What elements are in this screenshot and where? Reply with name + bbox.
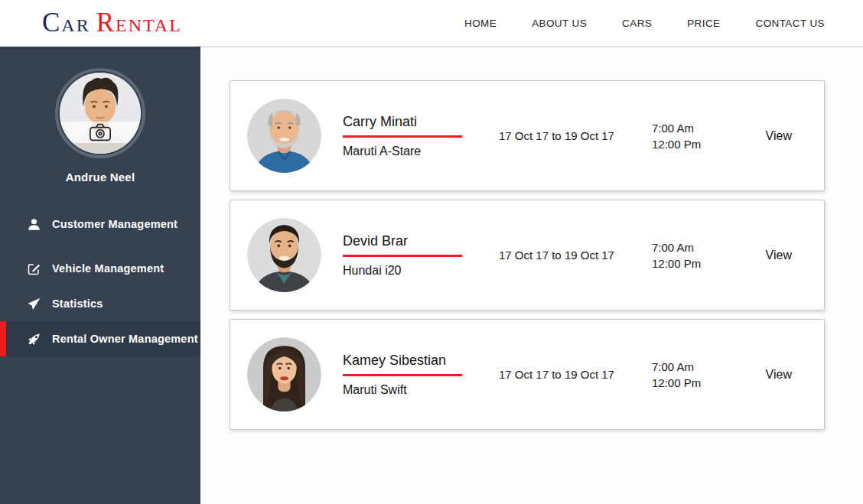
content-area: Carry Minati Maruti A-Stare 17 Oct 17 to… xyxy=(200,47,863,504)
booking-dates: 17 Oct 17 to 19 Oct 17 xyxy=(499,368,644,381)
avatar-camera-overlay[interactable] xyxy=(60,122,141,144)
booking-time-to: 12:00 Pm xyxy=(652,136,716,152)
nav-contact-us[interactable]: CONTACT US xyxy=(755,18,825,29)
top-header: CARRENTAL HOME ABOUT US CARS PRICE CONTA… xyxy=(0,0,863,47)
booking-info: Devid Brar Hundai i20 xyxy=(343,233,490,278)
edit-icon xyxy=(28,262,41,275)
red-underline xyxy=(343,255,462,257)
booking-dates: 17 Oct 17 to 19 Oct 17 xyxy=(499,129,644,142)
booking-info: Kamey Sibestian Maruti Swift xyxy=(343,353,490,397)
sidebar-item-label: Rental Owner Management xyxy=(52,333,198,345)
profile-name: Andrue Neel xyxy=(66,171,135,184)
booking-info: Carry Minati Maruti A-Stare xyxy=(343,114,490,158)
nav-about-us[interactable]: ABOUT US xyxy=(532,18,587,29)
user-icon xyxy=(28,218,41,231)
sidebar-item-rental-owner-management[interactable]: Rental Owner Management xyxy=(0,321,200,356)
app-window: CARRENTAL HOME ABOUT US CARS PRICE CONTA… xyxy=(0,0,863,504)
booking-time-from: 7:00 Am xyxy=(652,359,716,375)
sidebar: Andrue Neel Customer Management xyxy=(0,47,200,504)
sidebar-item-label: Vehicle Management xyxy=(52,262,164,275)
booking-avatar xyxy=(247,337,321,411)
red-underline xyxy=(343,135,462,138)
booking-time-to: 12:00 Pm xyxy=(652,375,716,391)
booking-name: Carry Minati xyxy=(343,114,490,130)
booking-avatar xyxy=(247,99,321,173)
profile-photo xyxy=(60,73,141,154)
camera-icon xyxy=(89,123,112,141)
booking-time: 7:00 Am 12:00 Pm xyxy=(652,239,716,272)
red-underline xyxy=(343,374,462,376)
booking-dates: 17 Oct 17 to 19 Oct 17 xyxy=(499,249,644,262)
sidebar-item-vehicle-management[interactable]: Vehicle Management xyxy=(0,251,200,286)
booking-card: Carry Minati Maruti A-Stare 17 Oct 17 to… xyxy=(230,80,825,191)
booking-time-from: 7:00 Am xyxy=(652,120,716,136)
view-button[interactable]: View xyxy=(766,368,792,382)
booking-time-to: 12:00 Pm xyxy=(652,255,716,272)
booking-vehicle: Maruti A-Stare xyxy=(343,145,490,158)
logo-word1-initial: C xyxy=(42,8,61,37)
brand-logo[interactable]: CARRENTAL xyxy=(42,8,182,38)
logo-word2-initial: R xyxy=(96,8,116,37)
rocket-icon xyxy=(28,333,41,346)
booking-card: Kamey Sibestian Maruti Swift 17 Oct 17 t… xyxy=(230,319,825,430)
booking-name: Devid Brar xyxy=(343,233,490,249)
profile-avatar[interactable] xyxy=(55,68,145,158)
sidebar-item-customer-management[interactable]: Customer Management xyxy=(0,206,200,242)
logo-word1-rest: AR xyxy=(61,15,90,35)
view-button[interactable]: View xyxy=(766,249,792,262)
main-nav: HOME ABOUT US CARS PRICE CONTACT US xyxy=(464,18,825,29)
sidebar-item-label: Customer Management xyxy=(52,218,177,230)
nav-home[interactable]: HOME xyxy=(464,18,497,29)
nav-price[interactable]: PRICE xyxy=(687,18,720,29)
sidebar-menu: Customer Management Vehicle Management xyxy=(0,206,200,356)
customer-photo-illustration xyxy=(247,99,321,173)
booking-vehicle: Hundai i20 xyxy=(343,264,490,278)
booking-name: Kamey Sibestian xyxy=(343,353,490,369)
sidebar-item-statistics[interactable]: Statistics xyxy=(0,286,200,321)
paper-plane-icon xyxy=(28,298,41,311)
booking-card: Devid Brar Hundai i20 17 Oct 17 to 19 Oc… xyxy=(230,200,825,311)
booking-time-from: 7:00 Am xyxy=(652,239,716,255)
sidebar-item-label: Statistics xyxy=(52,298,103,310)
logo-word2-rest: ENTAL xyxy=(116,15,182,35)
customer-photo-illustration xyxy=(247,337,321,411)
profile-section: Andrue Neel xyxy=(0,47,200,184)
booking-avatar xyxy=(247,218,321,292)
view-button[interactable]: View xyxy=(766,129,792,143)
booking-time: 7:00 Am 12:00 Pm xyxy=(652,359,716,391)
nav-cars[interactable]: CARS xyxy=(622,18,652,29)
booking-time: 7:00 Am 12:00 Pm xyxy=(652,120,716,152)
booking-vehicle: Maruti Swift xyxy=(343,383,490,397)
customer-photo-illustration xyxy=(247,218,321,292)
